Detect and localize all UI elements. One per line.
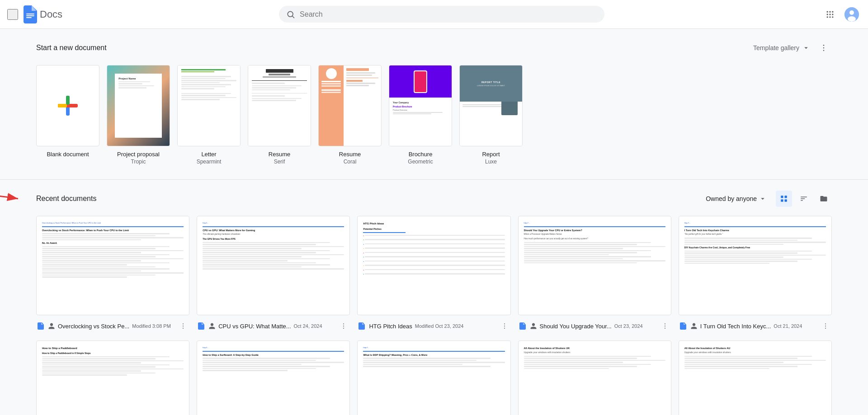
svg-rect-23 bbox=[58, 104, 67, 107]
menu-button[interactable] bbox=[7, 9, 18, 20]
template-resume-serif-name: Resume bbox=[269, 151, 290, 158]
main-content: Start a new document Template gallery bbox=[0, 29, 868, 415]
doc-more-button-2[interactable] bbox=[337, 320, 350, 332]
svg-point-31 bbox=[183, 328, 184, 329]
doc-card-6[interactable]: How to Ship a Paddleboard How to Ship a … bbox=[36, 340, 189, 415]
doc-more-button-5[interactable] bbox=[819, 320, 832, 332]
svg-point-11 bbox=[827, 16, 828, 18]
grid-view-icon bbox=[780, 195, 788, 203]
report-hero: REPORT TITLE LOREM IPSUM DOLOR SIT AMET bbox=[460, 65, 522, 102]
recent-section-title: Recent documents bbox=[36, 195, 96, 203]
doc-preview-content-7: http://... How to Ship a Surfboard: A St… bbox=[197, 341, 349, 415]
owned-by-button[interactable]: Owned by anyone bbox=[700, 192, 772, 205]
template-more-button[interactable] bbox=[816, 40, 832, 56]
svg-point-33 bbox=[343, 326, 344, 326]
doc-preview-4: http://... Should You Upgrade Your CPU o… bbox=[518, 216, 671, 315]
doc-more-button-4[interactable] bbox=[659, 320, 671, 332]
more-vert-icon bbox=[819, 43, 828, 52]
docs-logo-icon bbox=[24, 5, 37, 23]
svg-point-16 bbox=[848, 16, 856, 22]
svg-point-5 bbox=[827, 11, 828, 12]
template-project-proposal[interactable]: Project Name Project proposal Tropic bbox=[107, 65, 170, 165]
doc-card-10[interactable]: All About the Insulation of Shutters AU … bbox=[679, 340, 832, 415]
template-resume-serif[interactable]: Resume Serif bbox=[248, 65, 311, 165]
doc-meta-5: Oct 21, 2024 bbox=[774, 323, 802, 329]
shared-icon-5 bbox=[690, 322, 698, 330]
doc-info-left-4: Should You Upgrade Your... Oct 23, 2024 bbox=[518, 322, 643, 331]
template-resume-coral[interactable]: Resume Coral bbox=[318, 65, 382, 165]
doc-title-1: Overclocking vs Stock Pe... bbox=[58, 323, 129, 330]
svg-point-34 bbox=[343, 328, 344, 329]
letter-top-decoration bbox=[181, 69, 226, 70]
doc-title-4: Should You Upgrade Your... bbox=[540, 323, 612, 330]
svg-point-13 bbox=[832, 16, 833, 18]
templates-row: Blank document Project Name Pr bbox=[36, 65, 832, 165]
doc-more-button-3[interactable] bbox=[498, 320, 511, 332]
project-thumb-inner: Project Name bbox=[115, 74, 162, 138]
docs-logo[interactable]: Docs bbox=[24, 5, 62, 23]
template-section: Start a new document Template gallery bbox=[0, 29, 868, 180]
template-brochure[interactable]: Your Company Product Brochure Product Ov… bbox=[389, 65, 452, 165]
doc-card-7[interactable]: http://... How to Ship a Surfboard: A St… bbox=[197, 340, 350, 415]
app-name: Docs bbox=[40, 9, 62, 20]
svg-rect-28 bbox=[785, 200, 787, 202]
template-project-proposal-name: Project proposal bbox=[117, 151, 160, 158]
template-project-proposal-thumb: Project Name bbox=[107, 65, 170, 146]
owned-by-label: Owned by anyone bbox=[706, 195, 757, 202]
template-resume-serif-sub: Serif bbox=[274, 159, 285, 165]
doc-card-5[interactable]: http://... I Turn Old Tech Into Keychain… bbox=[679, 216, 832, 333]
svg-point-12 bbox=[829, 16, 830, 18]
template-resume-coral-name: Resume bbox=[339, 151, 361, 158]
letter-top-decoration2 bbox=[181, 71, 214, 72]
doc-info-1: Overclocking vs Stock Pe... Modified 3:0… bbox=[36, 319, 189, 333]
doc-preview-content-5: http://... I Turn Old Tech Into Keychain… bbox=[679, 216, 831, 315]
doc-file-icon-3 bbox=[357, 322, 366, 331]
template-gallery-button[interactable]: Template gallery bbox=[750, 42, 814, 54]
template-report[interactable]: REPORT TITLE LOREM IPSUM DOLOR SIT AMET bbox=[459, 65, 523, 165]
svg-rect-25 bbox=[781, 196, 783, 198]
plus-icon bbox=[56, 94, 80, 117]
doc-more-button-1[interactable] bbox=[177, 320, 189, 332]
doc-card-1[interactable]: Overclocking vs Stock Performance: When … bbox=[36, 216, 189, 333]
doc-info-4: Should You Upgrade Your... Oct 23, 2024 bbox=[518, 319, 671, 333]
doc-file-icon-4 bbox=[518, 322, 527, 331]
search-input[interactable] bbox=[300, 10, 597, 19]
doc-meta-1: Modified 3:08 PM bbox=[132, 323, 171, 329]
svg-point-9 bbox=[829, 14, 830, 15]
doc-info-left-5: I Turn Old Tech Into Keyc... Oct 21, 202… bbox=[679, 322, 802, 331]
doc-preview-content-6: How to Ship a Paddleboard How to Ship a … bbox=[37, 341, 189, 415]
brochure-bottom: Your Company Product Brochure Product Ov… bbox=[389, 98, 452, 146]
avatar bbox=[844, 7, 859, 22]
more-vert-icon-2 bbox=[340, 322, 347, 330]
apps-grid-button[interactable] bbox=[821, 5, 839, 23]
template-letter[interactable]: Letter Spearmint bbox=[177, 65, 241, 165]
doc-preview-2: http://... CPU vs GPU: What Matters More… bbox=[197, 216, 350, 315]
doc-preview-9: All About the Insulation of Shutters UK … bbox=[518, 340, 671, 415]
blank-thumb-content bbox=[37, 65, 99, 146]
doc-title-3: HTG Pitch Ideas bbox=[369, 323, 412, 330]
doc-preview-8: http://... What Is DDP Shipping? Meaning… bbox=[357, 340, 510, 415]
folder-view-button[interactable] bbox=[816, 191, 832, 207]
template-brochure-sub: Geometric bbox=[408, 159, 433, 165]
doc-meta-4: Oct 23, 2024 bbox=[614, 323, 643, 329]
doc-info-5: I Turn Old Tech Into Keyc... Oct 21, 202… bbox=[679, 319, 832, 333]
template-blank[interactable]: Blank document bbox=[36, 65, 99, 158]
grid-view-button[interactable] bbox=[776, 191, 792, 207]
avatar-button[interactable] bbox=[843, 5, 861, 23]
search-bar-inner bbox=[279, 6, 604, 23]
svg-point-8 bbox=[827, 14, 828, 15]
svg-rect-22 bbox=[66, 96, 70, 105]
svg-rect-1 bbox=[26, 15, 34, 16]
svg-rect-26 bbox=[785, 196, 787, 198]
doc-card-2[interactable]: http://... CPU vs GPU: What Matters More… bbox=[197, 216, 350, 333]
doc-card-4[interactable]: http://... Should You Upgrade Your CPU o… bbox=[518, 216, 671, 333]
red-arrow bbox=[0, 190, 27, 208]
doc-card-9[interactable]: All About the Insulation of Shutters UK … bbox=[518, 340, 671, 415]
shared-icon-2 bbox=[208, 322, 216, 330]
svg-point-30 bbox=[183, 326, 184, 326]
sort-button[interactable] bbox=[796, 191, 812, 207]
doc-card-3[interactable]: HTG Pitch Ideas Potential Pitches • • • … bbox=[357, 216, 510, 333]
template-brochure-name: Brochure bbox=[409, 151, 433, 158]
svg-point-17 bbox=[823, 45, 825, 46]
doc-card-8[interactable]: http://... What Is DDP Shipping? Meaning… bbox=[357, 340, 510, 415]
